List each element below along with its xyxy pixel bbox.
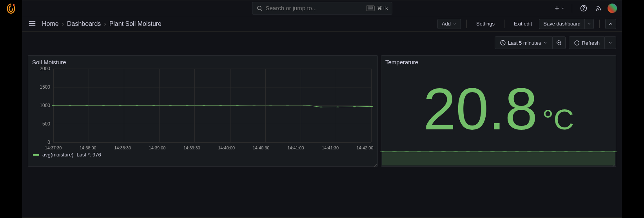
svg-point-51 — [575, 152, 581, 152]
svg-point-39 — [428, 152, 434, 152]
controls-bar: Last 5 minutes Refresh — [22, 32, 622, 52]
svg-point-49 — [551, 152, 557, 152]
divider — [572, 4, 572, 13]
add-new-button[interactable] — [552, 2, 566, 14]
temperature-unit: °C — [542, 105, 574, 134]
refresh-icon — [574, 40, 580, 46]
add-button[interactable]: Add — [437, 19, 461, 29]
svg-point-47 — [526, 152, 532, 152]
grafana-logo-icon[interactable] — [5, 3, 16, 14]
breadcrumb-dashboards[interactable]: Dashboards — [67, 20, 101, 27]
svg-point-50 — [563, 152, 569, 152]
search-box[interactable]: ⌨ ⌘+k — [252, 2, 392, 15]
svg-point-46 — [514, 152, 520, 152]
svg-point-42 — [465, 152, 471, 152]
x-tick-label: 14:42:00 — [357, 145, 374, 150]
resize-handle[interactable] — [611, 162, 615, 165]
zoom-out-button[interactable] — [553, 36, 566, 49]
svg-point-29 — [286, 105, 289, 105]
svg-point-45 — [502, 152, 508, 152]
divider — [504, 20, 504, 28]
refresh-button[interactable]: Refresh — [569, 36, 605, 49]
svg-point-19 — [119, 105, 122, 106]
breadcrumb: Home › Dashboards › Plant Soil Moisture — [42, 20, 161, 27]
moisture-legend[interactable]: avg(moisture) Last *: 976 — [28, 149, 377, 160]
svg-point-6 — [584, 9, 584, 10]
chevron-up-icon — [608, 21, 613, 27]
svg-point-22 — [169, 105, 172, 106]
temperature-number: 20.8 — [423, 80, 538, 138]
svg-point-25 — [219, 105, 222, 106]
svg-point-23 — [185, 105, 189, 106]
save-dashboard-dropdown[interactable] — [584, 19, 594, 29]
svg-point-43 — [477, 152, 483, 152]
temperature-value-wrap: 20.8 °C — [381, 67, 616, 151]
refresh-interval-button[interactable] — [605, 36, 616, 49]
save-group: Save dashboard — [539, 19, 594, 29]
help-button[interactable] — [578, 2, 590, 14]
svg-point-54 — [612, 152, 618, 152]
y-tick-label: 1000 — [28, 103, 50, 108]
x-tick-label: 14:41:00 — [287, 145, 304, 150]
chevron-down-icon — [561, 6, 565, 10]
panel-soil-moisture[interactable]: Soil Moisture 0500100015002000 14:37:301… — [28, 55, 378, 167]
keyboard-icon: ⌨ — [366, 5, 375, 11]
exit-edit-button[interactable]: Exit edit — [510, 19, 536, 29]
svg-point-32 — [336, 107, 339, 107]
x-tick-label: 14:38:00 — [80, 145, 96, 150]
news-button[interactable] — [593, 2, 604, 14]
menu-toggle-button[interactable] — [28, 19, 37, 29]
panel-title: Soil Moisture — [28, 56, 377, 67]
svg-point-17 — [85, 105, 88, 106]
search-container: ⌨ ⌘+k — [252, 2, 392, 15]
zoom-out-icon — [556, 40, 562, 46]
panel-title: Temperature — [381, 56, 616, 67]
panel-temperature[interactable]: Temperature 20.8 °C — [381, 55, 616, 167]
breadcrumb-home[interactable]: Home — [42, 20, 59, 27]
save-dashboard-button[interactable]: Save dashboard — [539, 19, 584, 29]
svg-point-20 — [135, 105, 138, 106]
panels-row: Soil Moisture 0500100015002000 14:37:301… — [22, 52, 622, 170]
svg-point-36 — [392, 152, 397, 152]
search-icon — [256, 5, 263, 11]
left-rail — [0, 0, 22, 218]
svg-point-0 — [13, 4, 15, 6]
x-tick-label: 14:40:00 — [218, 145, 235, 150]
avatar[interactable] — [608, 4, 617, 13]
y-tick-label: 500 — [28, 121, 50, 127]
x-tick-label: 14:38:30 — [114, 145, 131, 150]
svg-point-1 — [257, 6, 261, 9]
x-tick-label: 14:39:00 — [149, 145, 166, 150]
svg-point-34 — [370, 106, 373, 107]
legend-stat: Last *: 976 — [76, 152, 101, 158]
y-tick-label: 0 — [28, 140, 50, 145]
svg-point-48 — [539, 152, 544, 152]
temperature-value: 20.8 °C — [423, 80, 574, 138]
svg-point-38 — [416, 152, 422, 152]
legend-swatch — [33, 154, 39, 156]
search-input[interactable] — [266, 5, 366, 11]
chevron-right-icon: › — [104, 20, 106, 27]
svg-point-28 — [269, 105, 272, 105]
chevron-down-icon — [587, 22, 591, 26]
x-tick-label: 14:41:30 — [322, 145, 339, 150]
svg-line-2 — [261, 9, 262, 11]
x-tick-label: 14:39:30 — [183, 145, 200, 150]
breadcrumb-current: Plant Soil Moisture — [109, 20, 161, 27]
y-tick-label: 1500 — [28, 84, 50, 90]
settings-button[interactable]: Settings — [472, 19, 499, 29]
moisture-chart: 0500100015002000 14:37:3014:38:0014:38:3… — [28, 67, 377, 149]
time-range-button[interactable]: Last 5 minutes — [495, 36, 553, 49]
svg-point-26 — [236, 105, 239, 106]
collapse-button[interactable] — [605, 19, 616, 29]
svg-point-33 — [353, 106, 356, 107]
chevron-down-icon — [453, 22, 457, 26]
svg-point-24 — [202, 105, 205, 106]
x-tick-label: 14:37:30 — [45, 145, 62, 150]
svg-point-16 — [69, 105, 72, 106]
y-tick-label: 2000 — [28, 66, 50, 71]
chevron-down-icon — [608, 40, 613, 45]
svg-point-15 — [52, 105, 55, 106]
add-button-label: Add — [442, 21, 451, 27]
resize-handle[interactable] — [373, 162, 377, 165]
